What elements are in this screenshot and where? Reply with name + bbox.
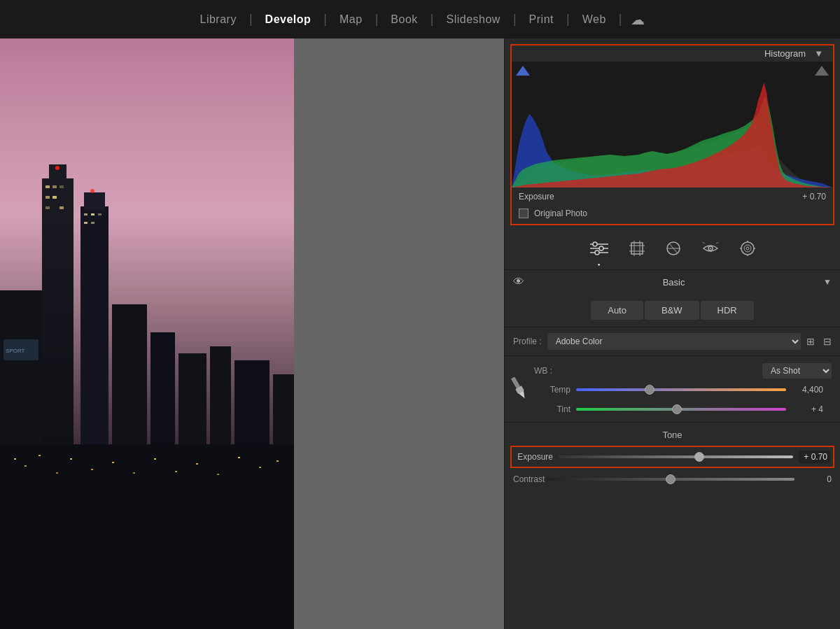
nav-print[interactable]: Print — [517, 13, 566, 26]
white-balance-dropper[interactable] — [507, 374, 533, 407]
svg-rect-33 — [154, 458, 156, 460]
exposure-label: Exposure — [514, 452, 553, 462]
svg-line-61 — [702, 242, 705, 243]
svg-rect-13 — [91, 213, 94, 215]
right-panel: Histogram ▼ — [504, 38, 840, 629]
adjustments-tool-icon[interactable] — [590, 241, 608, 260]
histogram-header: Histogram ▼ — [512, 45, 833, 62]
wb-label-row: WB : As Shot Auto Daylight Cloudy Shade … — [534, 363, 832, 379]
hdr-button[interactable]: HDR — [701, 301, 754, 320]
exposure-row-highlighted: Exposure + 0.70 — [510, 446, 834, 468]
tint-slider-thumb[interactable] — [672, 404, 682, 414]
nav-slideshow[interactable]: Slideshow — [433, 13, 512, 26]
basic-panel: 👁 Basic ▼ Auto B&W HDR Profile : Adobe C… — [505, 270, 840, 629]
histogram-canvas — [512, 62, 833, 188]
svg-rect-37 — [238, 457, 240, 458]
tint-slider-track[interactable] — [576, 408, 786, 411]
exposure-slider-thumb[interactable] — [694, 452, 704, 462]
exposure-value: + 0.70 — [799, 451, 830, 463]
svg-point-65 — [746, 247, 749, 250]
svg-rect-34 — [175, 471, 177, 472]
clipping-shadows-indicator[interactable] — [516, 66, 530, 76]
svg-text:SPORT: SPORT — [6, 348, 25, 354]
svg-rect-7 — [52, 196, 57, 199]
tone-buttons-row: Auto B&W HDR — [505, 294, 840, 327]
svg-rect-32 — [133, 472, 135, 474]
profile-row: Profile : Adobe Color Adobe Landscape Ad… — [505, 327, 840, 356]
exposure-slider-track[interactable] — [559, 455, 793, 458]
svg-rect-3 — [46, 185, 50, 188]
wb-select[interactable]: As Shot Auto Daylight Cloudy Shade Tungs… — [762, 363, 832, 379]
red-eye-tool-icon[interactable] — [702, 242, 719, 258]
svg-rect-51 — [631, 243, 643, 254]
svg-rect-35 — [196, 463, 198, 465]
basic-panel-title: Basic — [663, 277, 685, 288]
histogram-info-row: Exposure + 0.70 — [512, 188, 833, 206]
nav-web[interactable]: Web — [570, 13, 619, 26]
profile-browse-icon[interactable]: ⊞ — [806, 336, 815, 347]
basic-panel-header: 👁 Basic ▼ — [505, 270, 840, 294]
tone-section-header: Tone — [505, 422, 840, 443]
original-photo-checkbox[interactable] — [519, 209, 528, 218]
svg-point-68 — [740, 248, 741, 249]
histogram-title: Histogram — [764, 48, 806, 59]
histogram-section: Histogram ▼ — [510, 44, 834, 225]
svg-rect-4 — [52, 185, 57, 188]
auto-button[interactable]: Auto — [591, 301, 643, 320]
contrast-slider-thumb[interactable] — [666, 474, 676, 484]
svg-rect-14 — [98, 213, 102, 215]
tint-slider-row: Tint + 4 — [534, 401, 832, 418]
original-photo-label: Original Photo — [534, 209, 587, 218]
top-navigation: Library | Develop | Map | Book | Slidesh… — [0, 0, 840, 38]
nav-map[interactable]: Map — [327, 13, 375, 26]
photo-container: SPORT — [0, 38, 294, 629]
contrast-value: 0 — [800, 474, 832, 484]
profile-compare-icon[interactable]: ⊟ — [823, 336, 832, 347]
temp-slider-track[interactable] — [576, 388, 786, 391]
histogram-exposure-label: Exposure — [519, 192, 554, 202]
temp-slider-row: Temp 4,400 — [534, 381, 832, 398]
bw-button[interactable]: B&W — [645, 301, 699, 320]
svg-point-67 — [747, 255, 748, 256]
gray-area — [294, 38, 504, 629]
contrast-label: Contrast — [513, 474, 541, 484]
svg-line-62 — [716, 242, 719, 243]
svg-rect-5 — [59, 185, 64, 188]
nav-book[interactable]: Book — [378, 13, 430, 26]
wb-section: WB : As Shot Auto Daylight Cloudy Shade … — [505, 356, 840, 422]
svg-rect-24 — [0, 444, 294, 629]
basic-panel-collapse-icon[interactable]: ▼ — [823, 277, 832, 287]
temp-label: Temp — [542, 385, 570, 395]
svg-rect-9 — [59, 206, 64, 209]
temp-slider-thumb[interactable] — [645, 385, 654, 395]
svg-point-40 — [55, 166, 59, 170]
wb-label: WB : — [534, 366, 552, 376]
svg-rect-12 — [84, 213, 88, 215]
profile-select[interactable]: Adobe Color Adobe Landscape Adobe Portra… — [547, 333, 801, 350]
svg-rect-6 — [46, 196, 50, 199]
histogram-footer: Original Photo — [512, 206, 833, 224]
svg-point-49 — [599, 246, 603, 250]
panel-visibility-icon[interactable]: 👁 — [513, 276, 524, 288]
crop-tool-icon[interactable] — [629, 241, 645, 260]
svg-rect-16 — [91, 222, 94, 224]
contrast-slider-track[interactable] — [547, 478, 794, 481]
spot-removal-tool-icon[interactable] — [666, 241, 681, 260]
svg-point-63 — [741, 242, 754, 255]
nav-library[interactable]: Library — [187, 13, 248, 26]
radial-filter-tool-icon[interactable] — [740, 241, 755, 260]
main-layout: SPORT Histogram ▼ — [0, 38, 840, 629]
svg-rect-26 — [24, 465, 27, 467]
svg-rect-31 — [112, 462, 114, 463]
clipping-highlights-indicator[interactable] — [815, 66, 829, 76]
svg-rect-8 — [46, 206, 50, 209]
svg-rect-29 — [70, 458, 72, 460]
svg-rect-11 — [84, 192, 105, 210]
svg-point-48 — [593, 242, 597, 246]
wb-controls: WB : As Shot Auto Daylight Cloudy Shade … — [534, 363, 832, 418]
svg-rect-36 — [217, 474, 219, 475]
svg-rect-27 — [38, 455, 41, 456]
cloud-icon[interactable]: ☁ — [622, 11, 653, 28]
nav-develop[interactable]: Develop — [253, 13, 324, 26]
histogram-dropdown-icon[interactable]: ▼ — [814, 48, 823, 59]
